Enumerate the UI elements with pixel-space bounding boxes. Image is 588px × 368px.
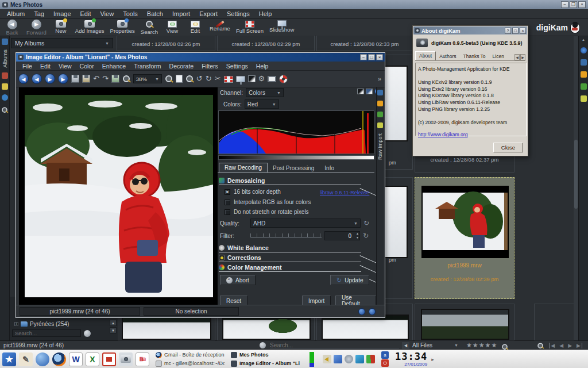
view-button[interactable]: View [164,20,181,34]
menu-batch[interactable]: Batch [142,10,168,18]
albums-combo[interactable]: My Albums ▼ [11,38,113,48]
strip-colors-icon[interactable] [377,101,383,106]
mascot-app-icon[interactable] [36,352,49,366]
thumb-cell[interactable]: created : 12/28/08 02:33 pm [316,36,413,51]
menu-image[interactable]: Image [49,10,76,18]
colors-combo[interactable]: Red ▼ [245,99,279,109]
menu-edit[interactable]: Edit [36,63,55,70]
canvas-icon[interactable] [268,76,276,82]
colors-tab-icon[interactable] [581,71,587,78]
albums-tab-icon[interactable] [2,39,8,45]
redo-icon[interactable]: ↷ [102,75,109,83]
next-item-icon[interactable]: ▶ [568,343,572,348]
excel-icon[interactable]: X [86,352,99,366]
crop-icon[interactable]: ✂ [215,75,221,83]
search-clear-icon[interactable] [84,330,91,337]
menu-tools[interactable]: Tools [118,10,142,18]
spin-up-icon[interactable]: ▲ [356,232,359,236]
digikam-launcher-icon[interactable] [119,352,133,366]
rename-button[interactable]: Rename [210,20,230,32]
properties-tab-icon[interactable] [581,47,587,53]
reset-quality-icon[interactable]: ↻ [363,219,369,227]
minimize-icon[interactable]: − [561,1,568,8]
checkbox-icon[interactable] [225,200,230,205]
zoom-icon[interactable] [537,343,544,349]
tab-raw-decoding[interactable]: Raw Decoding [219,163,268,172]
gradient-tool-icon[interactable] [248,75,256,82]
menu-edit[interactable]: Edit [76,10,96,18]
option-16bits[interactable]: × 16 bits color depth [225,189,281,195]
zoom-level-combo[interactable]: 38% ▼ [133,74,162,83]
scroll-up-icon[interactable]: ▲ [110,320,117,326]
power-tray-icon[interactable]: ⏻ [381,359,389,367]
timeline-tab-icon[interactable] [2,94,8,101]
tab-post-processing[interactable]: Post Processing [268,164,319,172]
first-item-icon[interactable]: ◀ [549,343,555,348]
menu-settings[interactable]: Settings [222,63,252,70]
previous-item-icon[interactable]: ◀ [559,343,563,348]
about-titlebar[interactable]: About digiKam ? □ × [413,26,527,34]
tab-scroll-right-icon[interactable]: ▶ [520,54,525,60]
statusbar-search-input[interactable] [270,342,399,349]
menu-export[interactable]: Export [195,10,222,18]
maximize-icon[interactable]: □ [368,54,375,60]
messenger-tray-icon[interactable] [334,355,342,363]
zoom-in-icon[interactable] [122,75,130,83]
editor-titlebar[interactable]: Image Editor - Album "Liorant" - Mes Pho… [16,53,385,62]
undo-icon[interactable]: ↶ [93,75,99,83]
histogram[interactable] [218,110,374,154]
back-button[interactable]: ◀ Back [3,20,21,36]
new-album-button[interactable]: New [52,20,69,34]
close-icon[interactable]: × [376,54,383,60]
comments-tab-icon[interactable] [581,95,587,102]
linear-histogram-icon[interactable] [357,89,364,94]
rotate-right-icon[interactable]: ↻ [206,75,212,83]
checkbox-checked-icon[interactable]: × [225,189,230,195]
kde-menu-icon[interactable]: ★ [2,352,16,366]
menu-album[interactable]: Album [2,10,29,18]
geolocation-tab-icon[interactable] [581,83,587,90]
last-image-icon[interactable]: ▶ [58,74,68,84]
task-mes-photos[interactable]: Mes Photos [231,351,300,359]
scroll-down-icon[interactable]: ▼ [110,327,117,334]
log-histogram-icon[interactable] [366,89,373,94]
next-image-icon[interactable]: ▶ [45,74,55,84]
search-button[interactable]: Search [141,20,158,35]
update-button[interactable]: ↻ Update [330,275,369,285]
spin-down-icon[interactable]: ▼ [356,236,359,240]
help-icon[interactable] [279,75,288,83]
firefox-icon[interactable] [52,352,66,366]
slideshow-button[interactable]: Slideshow [269,20,294,33]
quality-combo[interactable]: AHD ▼ [250,218,361,228]
zoom-select-icon[interactable] [185,75,194,83]
tab-license[interactable]: Licen [489,52,508,60]
thumb-cell[interactable] [415,304,514,340]
panel-hide-icon[interactable]: ▸ [431,356,434,362]
status-info-icon[interactable] [358,308,365,315]
menu-settings[interactable]: Settings [222,10,254,18]
rating-stars[interactable]: ★★★★★ [466,342,497,349]
status-theme-icon[interactable] [369,308,376,315]
album-search-input[interactable] [12,329,81,337]
network-tray-icon[interactable] [345,355,353,363]
scroll-up-icon[interactable]: ▲ [582,38,585,41]
menu-file[interactable]: File [18,63,36,70]
clock-widget[interactable]: 13:34 27/01/2009 [395,352,427,367]
export-icon[interactable] [111,75,119,83]
add-images-button[interactable]: Add Images [75,20,105,34]
strip-camera-icon[interactable] [377,112,383,117]
close-icon[interactable]: × [578,1,586,8]
filter-spinbox[interactable]: 0 ▲▼ [324,231,360,240]
drawing-app-icon[interactable]: ✎ [19,352,33,366]
bible-app-icon[interactable]: ⅢB [136,352,149,366]
menu-filters[interactable]: Filters [198,63,222,70]
task-image-editor[interactable]: Image Editor - Album "Lio [231,359,300,367]
help-icon[interactable]: ? [505,28,511,34]
strip-edit-icon[interactable] [377,122,383,128]
media-player-icon[interactable] [102,352,116,366]
tab-about[interactable]: About [415,51,436,60]
tab-info[interactable]: Info [319,164,339,172]
thumb-scrollbar[interactable] [574,36,578,340]
forward-button[interactable]: ▶ Forward [26,20,47,36]
statusbar-search-icon[interactable] [260,342,266,348]
